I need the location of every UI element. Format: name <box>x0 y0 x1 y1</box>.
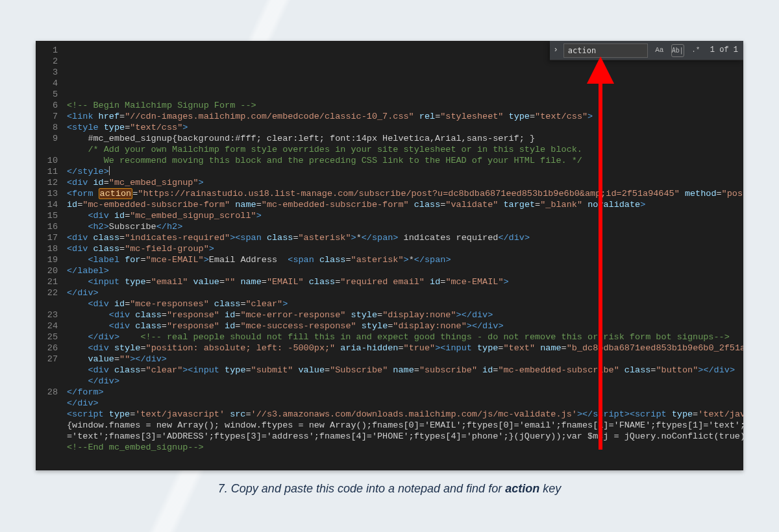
code-area[interactable]: › Aa Ab| .* 1 of 1 <!-- Begin Mailchimp … <box>64 41 743 470</box>
code-line[interactable]: </div> <!-- real people should not fill … <box>67 332 743 343</box>
line-number: 27 <box>36 354 58 365</box>
code-line[interactable]: <div id="mc_embed_signup"> <box>67 177 743 188</box>
line-number: 15 <box>36 210 58 221</box>
code-editor: 1234567891011121314151617181920212223242… <box>36 41 743 470</box>
code-line[interactable]: <link href="//cdn-images.mailchimp.com/e… <box>67 111 743 122</box>
line-number: 12 <box>36 177 58 188</box>
line-number: 16 <box>36 221 58 232</box>
line-number: 5 <box>36 89 58 100</box>
code-line[interactable]: <!-- Begin Mailchimp Signup Form --> <box>67 100 743 111</box>
search-result-count: 1 of 1 <box>710 45 738 56</box>
line-number: 9 <box>36 133 58 144</box>
caption-suffix: key <box>539 482 561 495</box>
code-line[interactable]: <div class="mc-field-group"> <box>67 243 743 254</box>
code-line[interactable]: </label> <box>67 265 743 276</box>
code-line[interactable]: <input type="email" value="" name="EMAIL… <box>67 276 743 287</box>
code-line[interactable]: <div style="position: absolute; left: -5… <box>67 343 743 354</box>
code-line[interactable]: value=""></div> <box>67 354 743 365</box>
line-number <box>36 144 58 155</box>
line-number: 19 <box>36 254 58 265</box>
code-line[interactable]: <div class="clear"><input type="submit" … <box>67 365 743 376</box>
code-line[interactable]: </div> <box>67 376 743 387</box>
code-line[interactable]: <form action="https://rainastudio.us18.l… <box>67 188 743 199</box>
code-line[interactable]: </div> <box>67 287 743 298</box>
line-number: 24 <box>36 320 58 332</box>
line-number: 4 <box>36 78 58 89</box>
line-number: 1 <box>36 45 58 56</box>
code-line[interactable]: <div id="mce-responses" class="clear"> <box>67 298 743 309</box>
line-number: 25 <box>36 332 58 343</box>
line-number: 13 <box>36 188 58 199</box>
line-number <box>36 298 58 309</box>
line-number: 7 <box>36 111 58 122</box>
line-number <box>36 365 58 376</box>
code-line[interactable]: /* Add your own Mailchimp form style ove… <box>67 144 743 155</box>
line-number: 8 <box>36 122 58 133</box>
code-line[interactable]: <!--End mc_embed_signup--> <box>67 442 743 453</box>
line-number: 20 <box>36 265 58 276</box>
code-line[interactable]: <div id="mc_embed_signup_scroll"> <box>67 210 743 221</box>
code-line[interactable]: #mc_embed_signup{background:#fff; clear:… <box>67 133 743 144</box>
line-number: 28 <box>36 387 58 398</box>
code-line[interactable]: ='text';fnames[3]='ADDRESS';ftypes[3]='a… <box>67 431 743 442</box>
line-number: 11 <box>36 166 58 177</box>
code-line[interactable]: </style> <box>67 166 743 177</box>
expand-replace-icon[interactable]: › <box>554 45 558 56</box>
code-line[interactable]: </form> <box>67 387 743 398</box>
match-case-toggle[interactable]: Aa <box>653 44 666 57</box>
code-line[interactable]: id="mc-embedded-subscribe-form" name="mc… <box>67 199 743 210</box>
line-number: 3 <box>36 67 58 78</box>
code-line[interactable]: <h2>Subscribe</h2> <box>67 221 743 232</box>
regex-toggle[interactable]: .* <box>689 44 702 57</box>
line-number: 22 <box>36 287 58 298</box>
line-number: 10 <box>36 155 58 166</box>
line-number: 18 <box>36 243 58 254</box>
line-number: 26 <box>36 343 58 354</box>
code-line[interactable]: <div class="indicates-required"><span cl… <box>67 232 743 243</box>
line-number: 6 <box>36 100 58 111</box>
caption-keyword: action <box>505 482 539 495</box>
code-line[interactable]: <script type='text/javascript' src='//s3… <box>67 409 743 420</box>
code-line[interactable]: </div> <box>67 398 743 409</box>
code-line[interactable]: <style type="text/css"> <box>67 122 743 133</box>
code-line[interactable]: <label for="mce-EMAIL">Email Address <sp… <box>67 254 743 265</box>
line-number: 2 <box>36 56 58 67</box>
match-whole-word-toggle[interactable]: Ab| <box>671 44 684 57</box>
line-number: 17 <box>36 232 58 243</box>
code-line[interactable]: We recommend moving this block and the p… <box>67 155 743 166</box>
line-number: 23 <box>36 309 58 320</box>
line-number-gutter: 1234567891011121314151617181920212223242… <box>36 41 64 470</box>
code-line[interactable]: <div class="response" id="mce-success-re… <box>67 320 743 332</box>
search-bar: › Aa Ab| .* 1 of 1 <box>550 41 743 60</box>
line-number <box>36 376 58 387</box>
line-number: 14 <box>36 199 58 210</box>
search-input[interactable] <box>563 43 648 58</box>
caption-prefix: 7. Copy and paste this code into a notep… <box>218 482 505 495</box>
figure-caption: 7. Copy and paste this code into a notep… <box>0 482 779 496</box>
code-line[interactable]: <div class="response" id="mce-error-resp… <box>67 309 743 320</box>
line-number: 21 <box>36 276 58 287</box>
code-line[interactable]: {window.fnames = new Array(); window.fty… <box>67 420 743 431</box>
